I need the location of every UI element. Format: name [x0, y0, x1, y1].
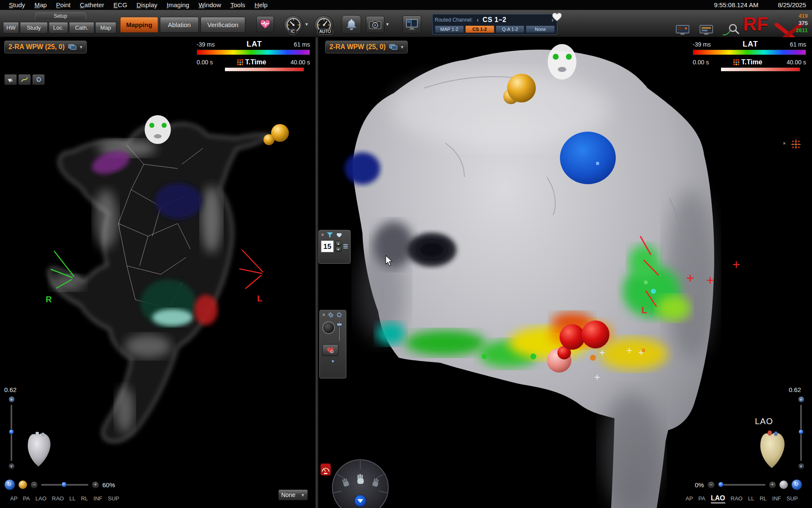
- tab-ablation[interactable]: Ablation: [160, 17, 199, 33]
- menu-ecg[interactable]: ECG: [109, 1, 132, 9]
- heart-display-button[interactable]: [322, 344, 338, 356]
- tab-mapping[interactable]: Mapping: [120, 17, 158, 33]
- zoom-in-button[interactable]: +: [769, 481, 776, 489]
- right-map-viewport[interactable]: L 2-RA WPW (25, 0) ▾ -39 ms LAT 61 ms 0.…: [318, 37, 812, 508]
- channel-none-button[interactable]: None: [526, 25, 555, 33]
- menu-tools[interactable]: Tools: [226, 1, 250, 9]
- electrode-sphere[interactable]: [271, 124, 289, 142]
- slider-handle[interactable]: [798, 429, 804, 434]
- spinner-down-button[interactable]: ▼: [335, 247, 341, 252]
- orient-rl-button[interactable]: RL: [760, 495, 767, 502]
- refresh-icon[interactable]: [336, 312, 342, 318]
- setup-hw-button[interactable]: HW: [3, 22, 19, 33]
- menu-study[interactable]: Study: [4, 1, 30, 9]
- orient-pa-button[interactable]: PA: [698, 495, 705, 502]
- orient-sup-button[interactable]: SUP: [787, 495, 798, 502]
- ttime-grid-icon[interactable]: [733, 59, 739, 65]
- zoom-slider-track[interactable]: [718, 484, 765, 486]
- orient-inf-button[interactable]: INF: [772, 495, 781, 502]
- list-grid-icon[interactable]: [343, 243, 348, 249]
- panel-close-button[interactable]: ×: [783, 141, 786, 146]
- zoom-slider-handle[interactable]: [718, 482, 724, 487]
- mini-heart-icon[interactable]: [336, 232, 343, 238]
- menu-map[interactable]: Map: [30, 1, 51, 9]
- threshold-slider-handle[interactable]: [337, 323, 342, 326]
- lat-color-bar[interactable]: [693, 50, 806, 55]
- sphere-size-icon[interactable]: [19, 480, 27, 489]
- gear-icon[interactable]: [328, 312, 334, 318]
- menu-catheter[interactable]: Catheter: [75, 1, 109, 9]
- setup-loc-button[interactable]: Loc.: [49, 22, 68, 33]
- rotate-tool-button[interactable]: [32, 74, 45, 85]
- acquire-point-button[interactable]: [256, 16, 274, 32]
- ttime-color-bar[interactable]: [721, 67, 800, 72]
- orient-rao-button[interactable]: RAO: [731, 495, 743, 502]
- panel-close-button[interactable]: ×: [322, 312, 325, 318]
- orientation-heart-icon[interactable]: [757, 430, 789, 471]
- slider-down-button[interactable]: ▾: [798, 463, 804, 469]
- snapshot-dropdown-chevron-icon[interactable]: ▾: [386, 21, 389, 27]
- slider-track[interactable]: [800, 405, 802, 461]
- setup-cath-button[interactable]: Cath.: [69, 22, 94, 33]
- left-map-header[interactable]: 2-RA WPW (25, 0) ▾: [4, 41, 87, 53]
- archive-monitor-button[interactable]: [698, 24, 715, 36]
- zoom-slider-handle[interactable]: [61, 482, 67, 487]
- slider-plus-button[interactable]: +: [8, 396, 15, 403]
- menu-imaging[interactable]: Imaging: [162, 1, 194, 9]
- map-visibility-icon[interactable]: [68, 44, 77, 50]
- ttime-grid-icon[interactable]: [237, 59, 243, 65]
- orient-ap-button[interactable]: AP: [686, 495, 693, 502]
- orient-lao-button[interactable]: LAO: [36, 495, 47, 502]
- orient-ll-button[interactable]: LL: [69, 495, 75, 502]
- orient-lao-button[interactable]: LAO: [711, 494, 725, 503]
- pointer-tool-button[interactable]: [4, 74, 17, 85]
- favorite-heart-icon[interactable]: [551, 12, 563, 22]
- menu-window[interactable]: Window: [194, 1, 225, 9]
- map-dropdown-chevron-icon[interactable]: ▾: [401, 44, 403, 50]
- panel-expand-chevron-icon[interactable]: ▾: [322, 359, 343, 364]
- right-map-3d-view[interactable]: [318, 37, 812, 508]
- setup-map-button[interactable]: Map: [95, 22, 116, 33]
- orient-sup-button[interactable]: SUP: [108, 495, 119, 502]
- snapshot-button[interactable]: [366, 16, 384, 33]
- probe-connect-button[interactable]: [721, 23, 741, 36]
- threshold-slider-track[interactable]: [338, 321, 340, 341]
- orient-ll-button[interactable]: LL: [748, 495, 754, 502]
- channel-map12-button[interactable]: MAP 1-2: [435, 25, 464, 33]
- ttime-color-bar[interactable]: [225, 67, 304, 72]
- screen-layout-button[interactable]: [403, 16, 421, 33]
- routed-prev-arrow[interactable]: ‹: [475, 17, 480, 23]
- slider-track[interactable]: [11, 405, 12, 461]
- lat-color-bar[interactable]: [197, 50, 310, 55]
- orientation-heart-icon[interactable]: [25, 431, 54, 469]
- view-rotation-icon[interactable]: [4, 479, 15, 490]
- spinner-up-button[interactable]: ▲: [335, 241, 341, 246]
- map-dropdown-chevron-icon[interactable]: ▾: [80, 44, 82, 50]
- tab-verification[interactable]: Verification: [200, 17, 245, 33]
- electrode-sphere[interactable]: [507, 74, 536, 102]
- map-fill-select[interactable]: None ▼: [278, 489, 308, 500]
- menu-point[interactable]: Point: [52, 1, 75, 9]
- spline-tool-button[interactable]: [18, 74, 31, 85]
- zoom-slider-track[interactable]: [41, 484, 88, 486]
- viewport-divider[interactable]: [315, 37, 318, 508]
- zoom-out-button[interactable]: −: [30, 481, 38, 489]
- fill-threshold-button[interactable]: [322, 321, 335, 334]
- review-monitor-button[interactable]: [675, 24, 691, 36]
- view-rotation-icon[interactable]: [791, 479, 802, 490]
- point-grid-icon[interactable]: [790, 139, 802, 149]
- panel-close-button[interactable]: ×: [321, 232, 324, 237]
- map-visibility-icon[interactable]: [389, 44, 398, 50]
- icce-catheter-ghost[interactable]: [548, 44, 576, 80]
- point-count-input[interactable]: 15: [321, 240, 334, 252]
- filter-funnel-icon[interactable]: [326, 232, 333, 238]
- setup-study-button[interactable]: Study: [20, 22, 48, 33]
- orient-inf-button[interactable]: INF: [93, 495, 102, 502]
- orient-pa-button[interactable]: PA: [23, 495, 30, 502]
- menu-display[interactable]: Display: [132, 1, 162, 9]
- slider-handle[interactable]: [9, 429, 14, 434]
- slider-down-button[interactable]: ▾: [8, 463, 15, 469]
- slider-plus-button[interactable]: +: [798, 396, 804, 403]
- zoom-out-button[interactable]: −: [708, 481, 715, 489]
- orient-rl-button[interactable]: RL: [81, 495, 88, 502]
